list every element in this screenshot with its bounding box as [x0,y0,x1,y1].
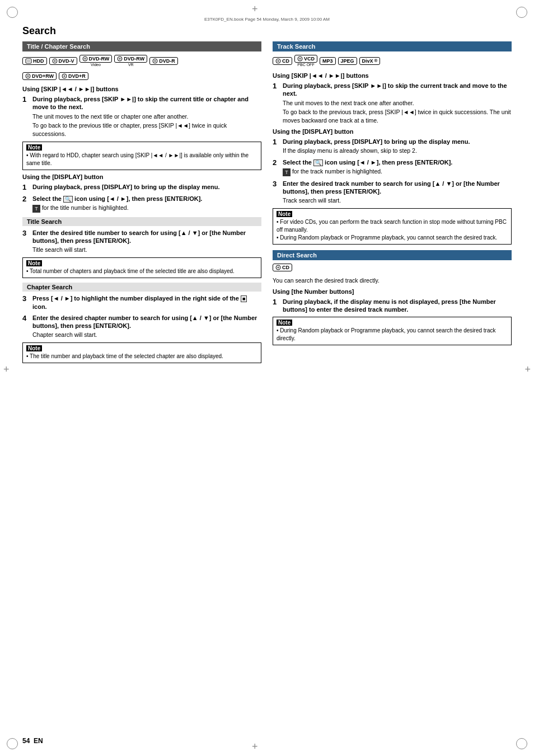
step3-right: 3 Enter the desired track number to sear… [273,180,512,205]
badge-cd-direct: CD [273,264,292,271]
track-search-header: Track Search [273,41,512,51]
step1-title-left: During playback, press [SKIP ►►|] to ski… [32,95,261,111]
left-column: Title / Chapter Search HDD DVD-V DVD-RW … [22,41,261,367]
svg-point-10 [26,74,30,78]
direct-search-header: Direct Search [273,250,512,260]
step1-title-right: During playback, press [SKIP ►►|] to ski… [283,82,512,98]
step3-detail-right: Track search will start. [283,196,512,205]
step1-left: 1 During playback, press [SKIP ►►|] to s… [22,95,261,138]
badge-dvd-r: DVD-R [149,57,178,65]
step3b-left: 3 Press [◄ / ►] to highlight the number … [22,294,261,311]
corner-mark-bl [7,738,18,749]
step1b-title-left: During playback, press [DISPLAY] to brin… [32,183,261,191]
using-display-heading-left: Using the [DISPLAY] button [22,173,261,180]
svg-point-14 [276,59,280,63]
cross-right: + [524,364,531,375]
highlight-icon-left: T [32,205,40,213]
svg-point-19 [278,267,279,268]
cross-left: + [3,364,10,375]
svg-point-17 [299,58,301,59]
step1b-left: 1 During playback, press [DISPLAY] to br… [22,183,261,191]
step1-title-direct: During playback, if the display menu is … [283,298,512,314]
svg-point-12 [62,74,67,78]
svg-point-3 [54,60,55,61]
badge-mp3: MP3 [320,57,336,65]
note-direct-text: • During Random playback or Programme pl… [277,327,508,342]
step1-detail2-left: To go back to the previous title or chap… [32,121,261,138]
step3b-title-left: Press [◄ / ►] to highlight the number di… [32,294,261,311]
using-display-heading-right: Using the [DISPLAY] button [273,128,512,135]
step1-detail2-right: To go back to the previous track, press … [283,108,512,124]
note2-text-left: • Total number of chapters and playback … [26,267,257,275]
disc-badges-left: HDD DVD-V DVD-RW Video DVD-RW [22,55,261,67]
step2-title-left: Select the 🔍 icon using [◄ / ►], then pr… [32,195,261,203]
badge-dvdrw-vr: DVD-RW VR [114,55,147,67]
page-number: 54 EN [22,737,43,745]
note-track-text1: • For video CDs, you can perform the tra… [277,218,508,234]
note-track-search: Note • For video CDs, you can perform th… [273,208,512,245]
svg-point-15 [278,60,279,61]
svg-point-9 [154,60,156,61]
badge-dvdplusrw: DVD+RW [22,72,57,80]
disc-badges-left2: DVD+RW DVD+R [22,72,261,80]
svg-point-4 [83,57,87,61]
svg-point-2 [53,59,57,63]
step3-title-right: Enter the desired track number to search… [283,180,512,196]
step4-left: 4 Enter the desired chapter number to se… [22,314,261,339]
step2-right: 2 Select the 🔍 icon using [◄ / ►], then … [273,158,512,176]
cross-bottom: + [252,741,258,753]
step3-left: 3 Enter the desired title number to sear… [22,229,261,254]
page-main-title: Search [22,25,512,37]
chapter-search-header: Chapter Search [22,283,261,292]
step1b-right: 1 During playback, press [DISPLAY] to br… [273,138,512,155]
disc-badges-direct: CD [273,264,512,271]
note3-left: Note • The title number and playback tim… [22,342,261,363]
step4-detail-left: Chapter search will start. [32,331,261,339]
badge-dvdrw-video: DVD-RW Video [79,55,113,67]
step1-detail1-right: The unit moves to the next track one aft… [283,99,512,107]
cross-top: + [252,3,258,15]
step2-detail-right: T for the track number is highlighted. [283,167,512,176]
file-info: E3TK0FD_EN.book Page 54 Monday, March 9,… [22,17,512,22]
note-direct-search: Note • During Random playback or Program… [273,317,512,345]
badge-dvdplusr: DVD+R [59,72,88,80]
highlight-icon-right: T [283,168,291,176]
step3-detail-left: Title search will start. [32,246,261,254]
svg-point-18 [276,265,280,270]
badge-divx: DivX® [359,57,381,65]
badge-dvd-v: DVD-V [49,57,77,65]
note1-text-left: • With regard to HDD, chapter search usi… [26,152,257,167]
step4-title-left: Enter the desired chapter number to sear… [32,314,261,330]
svg-point-13 [64,76,65,77]
using-skip-heading-left: Using [SKIP |◄◄ / ►►|] buttons [22,86,261,92]
step2-detail-left: T for the title number is highlighted. [32,204,261,212]
using-skip-heading-right: Using [SKIP |◄◄ / ►►|] buttons [273,72,512,79]
corner-mark-br [516,738,527,749]
disc-badges-track: CD VCD PBC OFF MP3 JPEG DivX® [273,55,512,67]
direct-search-intro: You can search the desired track directl… [273,277,512,284]
note3-text-left: • The title number and playback time of … [26,353,257,360]
note2-left: Note • Total number of chapters and play… [22,257,261,278]
corner-mark-tr [516,7,527,18]
svg-point-7 [119,58,120,59]
step1-right: 1 During playback, press [SKIP ►►|] to s… [273,82,512,125]
right-column: Track Search CD VCD PBC OFF MP3 JPEG [273,41,512,367]
step3-title-left: Enter the desired title number to search… [32,229,261,245]
direct-search-section: Direct Search CD You can search the desi… [273,250,512,346]
svg-point-16 [298,57,302,61]
step2-left: 2 Select the 🔍 icon using [◄ / ►], then … [22,195,261,213]
badge-hdd: HDD [22,57,47,65]
step1-detail1-left: The unit moves to the next title or chap… [32,112,261,121]
note1-left: Note • With regard to HDD, chapter searc… [22,142,261,170]
svg-point-8 [153,59,157,63]
title-search-header: Title Search [22,217,261,226]
step2-title-right: Select the 🔍 icon using [◄ / ►], then pr… [283,158,512,167]
badge-vcd: VCD PBC OFF [294,55,317,67]
svg-point-11 [27,76,29,77]
step1b-title-right: During playback, press [DISPLAY] to brin… [283,138,512,145]
page: + + + + E3TK0FD_EN.book Page 54 Monday, … [0,0,534,756]
note-track-text2: • During Random playback or Programme pl… [277,234,508,242]
badge-jpeg: JPEG [338,57,357,65]
step1-direct: 1 During playback, if the display menu i… [273,298,512,314]
svg-point-6 [118,57,122,61]
